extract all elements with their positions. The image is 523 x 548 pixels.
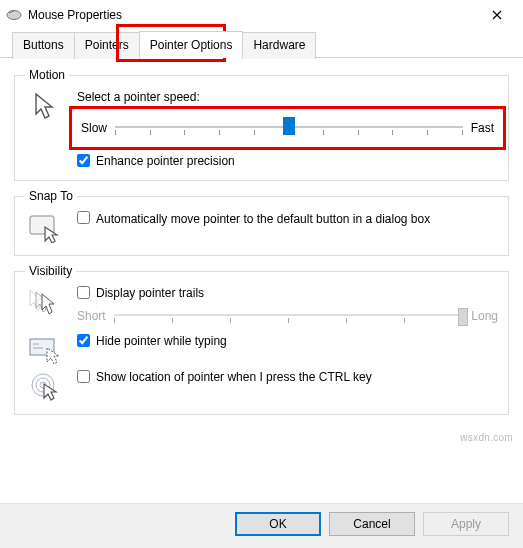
svg-point-0 [7, 11, 21, 20]
trails-slider [114, 304, 464, 328]
speed-slider[interactable] [115, 116, 463, 140]
apply-button: Apply [423, 512, 509, 536]
close-button[interactable] [477, 1, 517, 29]
trails-long-label: Long [471, 309, 498, 323]
ctrl-locate-label[interactable]: Show location of pointer when I press th… [96, 370, 372, 384]
group-motion: Motion Select a pointer speed: Slow Fas [14, 68, 509, 181]
tab-label: Pointer Options [150, 38, 233, 52]
speed-slider-thumb[interactable] [283, 117, 295, 135]
tab-pointer-options[interactable]: Pointer Options [139, 31, 244, 58]
snap-auto-label[interactable]: Automatically move pointer to the defaul… [96, 211, 430, 227]
tab-hardware[interactable]: Hardware [242, 32, 316, 59]
snap-auto-checkbox[interactable] [77, 211, 90, 224]
mouse-properties-window: Mouse Properties Buttons Pointers Pointe… [0, 0, 523, 548]
button-bar: OK Cancel Apply [0, 503, 523, 548]
titlebar: Mouse Properties [0, 0, 523, 30]
group-snap-to: Snap To Automatically move pointer to th… [14, 189, 509, 256]
cancel-label: Cancel [353, 517, 390, 531]
tab-bar: Buttons Pointers Pointer Options Hardwar… [0, 30, 523, 58]
tab-buttons[interactable]: Buttons [12, 32, 75, 59]
trails-slider-thumb [458, 308, 468, 326]
enhance-precision-checkbox[interactable] [77, 154, 90, 167]
speed-slow-label: Slow [81, 121, 107, 135]
ctrl-locate-icon [25, 370, 67, 402]
mouse-icon [6, 9, 22, 21]
cursor-icon [25, 90, 67, 122]
tab-panel: Motion Select a pointer speed: Slow Fas [0, 58, 523, 503]
window-title: Mouse Properties [28, 8, 477, 22]
apply-label: Apply [451, 517, 481, 531]
trails-short-label: Short [77, 309, 106, 323]
group-motion-legend: Motion [25, 68, 69, 82]
group-visibility: Visibility Display pointer trails [14, 264, 509, 415]
hide-typing-label[interactable]: Hide pointer while typing [96, 334, 227, 348]
snap-icon [25, 211, 67, 243]
tab-label: Pointers [85, 38, 129, 52]
speed-fast-label: Fast [471, 121, 494, 135]
cancel-button[interactable]: Cancel [329, 512, 415, 536]
ctrl-locate-checkbox[interactable] [77, 370, 90, 383]
group-visibility-legend: Visibility [25, 264, 76, 278]
trails-checkbox[interactable] [77, 286, 90, 299]
ok-button[interactable]: OK [235, 512, 321, 536]
tab-label: Buttons [23, 38, 64, 52]
trails-label[interactable]: Display pointer trails [96, 286, 204, 300]
watermark: wsxdn.com [460, 432, 513, 443]
enhance-precision-label[interactable]: Enhance pointer precision [96, 154, 235, 168]
tab-pointers[interactable]: Pointers [74, 32, 140, 59]
speed-label: Select a pointer speed: [77, 90, 498, 104]
hide-typing-checkbox[interactable] [77, 334, 90, 347]
ok-label: OK [269, 517, 286, 531]
tab-label: Hardware [253, 38, 305, 52]
pointer-trails-icon [25, 286, 67, 318]
hide-typing-icon [25, 334, 67, 364]
speed-row: Slow Fast [77, 110, 498, 146]
group-snap-legend: Snap To [25, 189, 77, 203]
